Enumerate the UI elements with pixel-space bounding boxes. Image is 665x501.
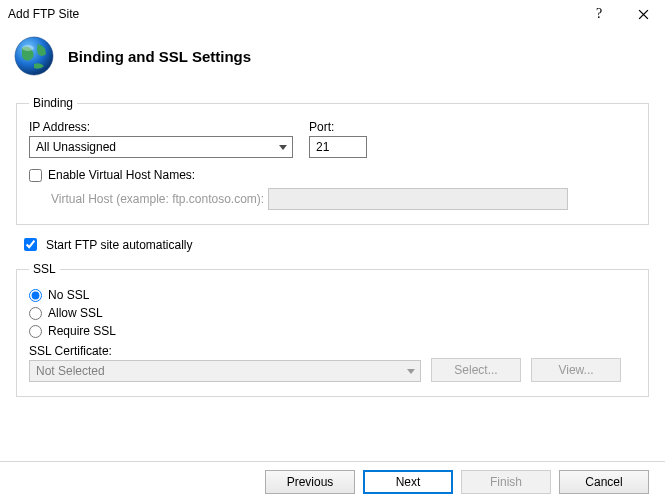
port-label: Port:: [309, 120, 367, 134]
enable-vhost-checkbox[interactable]: [29, 169, 42, 182]
ssl-require-radio[interactable]: [29, 325, 42, 338]
previous-button[interactable]: Previous: [265, 470, 355, 494]
ip-address-label: IP Address:: [29, 120, 293, 134]
titlebar: Add FTP Site ?: [0, 0, 665, 28]
ip-address-value: All Unassigned: [30, 140, 274, 154]
ssl-view-button: View...: [531, 358, 621, 382]
vhost-input: [268, 188, 568, 210]
finish-button: Finish: [461, 470, 551, 494]
ssl-group: SSL No SSL Allow SSL Require SSL SSL Cer…: [16, 262, 649, 397]
enable-vhost-label: Enable Virtual Host Names:: [48, 168, 195, 182]
vhost-label: Virtual Host (example: ftp.contoso.com):: [51, 192, 264, 206]
next-button[interactable]: Next: [363, 470, 453, 494]
close-button[interactable]: [621, 0, 665, 28]
ssl-select-button: Select...: [431, 358, 521, 382]
wizard-header: Binding and SSL Settings: [0, 28, 665, 96]
ssl-allow-radio[interactable]: [29, 307, 42, 320]
wizard-title: Binding and SSL Settings: [68, 48, 251, 65]
ssl-cert-dropdown: Not Selected: [29, 360, 421, 382]
chevron-down-icon: [402, 369, 420, 374]
close-icon: [638, 9, 649, 20]
ssl-cert-value: Not Selected: [30, 364, 402, 378]
globe-icon: [12, 34, 56, 78]
binding-group: Binding IP Address: All Unassigned Port:…: [16, 96, 649, 225]
window-title: Add FTP Site: [8, 7, 577, 21]
ip-address-dropdown[interactable]: All Unassigned: [29, 136, 293, 158]
cancel-button[interactable]: Cancel: [559, 470, 649, 494]
ssl-allow-label: Allow SSL: [48, 306, 103, 320]
chevron-down-icon: [274, 145, 292, 150]
ssl-require-label: Require SSL: [48, 324, 116, 338]
help-button[interactable]: ?: [577, 0, 621, 28]
start-auto-label: Start FTP site automatically: [46, 238, 193, 252]
port-input[interactable]: [309, 136, 367, 158]
ssl-legend: SSL: [29, 262, 60, 276]
ssl-cert-label: SSL Certificate:: [29, 344, 421, 358]
svg-point-0: [15, 37, 53, 75]
start-auto-checkbox[interactable]: [24, 238, 37, 251]
wizard-footer: Previous Next Finish Cancel: [0, 461, 665, 501]
svg-point-1: [22, 45, 34, 51]
ssl-no-label: No SSL: [48, 288, 89, 302]
binding-legend: Binding: [29, 96, 77, 110]
ssl-no-radio[interactable]: [29, 289, 42, 302]
